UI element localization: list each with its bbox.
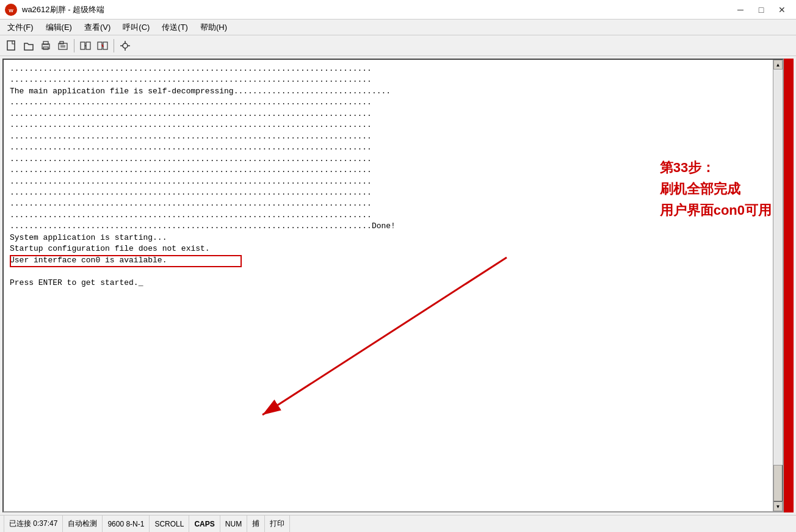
status-autodetect: 自动检测 <box>63 516 103 532</box>
status-baud: 9600 8-N-1 <box>103 516 150 532</box>
toolbar-new[interactable] <box>4 38 20 54</box>
title-bar-left: W wa2612刷胖 - 超级终端 <box>5 4 104 16</box>
svg-point-16 <box>123 43 128 48</box>
close-button[interactable]: ✕ <box>773 2 791 17</box>
title-bar: W wa2612刷胖 - 超级终端 ─ □ ✕ <box>0 0 796 20</box>
menu-call[interactable]: 呼叫(C) <box>118 21 154 34</box>
svg-rect-7 <box>60 41 63 44</box>
toolbar-properties[interactable] <box>117 38 133 54</box>
terminal-output[interactable]: ........................................… <box>4 60 783 511</box>
svg-rect-11 <box>86 42 90 49</box>
svg-rect-13 <box>98 42 102 49</box>
svg-rect-14 <box>103 42 107 49</box>
status-bar: 已连接 0:37:47 自动检测 9600 8-N-1 SCROLL CAPS … <box>0 515 796 532</box>
window-title: wa2612刷胖 - 超级终端 <box>22 4 104 15</box>
menu-help[interactable]: 帮助(H) <box>195 21 232 34</box>
toolbar-connect[interactable] <box>78 38 93 54</box>
menu-file[interactable]: 文件(F) <box>2 21 38 34</box>
svg-rect-2 <box>7 41 15 50</box>
menu-edit[interactable]: 编辑(E) <box>41 21 77 34</box>
maximize-button[interactable]: □ <box>752 2 770 17</box>
status-capture: 捕 <box>247 516 265 532</box>
toolbar-separator-2 <box>114 39 114 52</box>
toolbar <box>0 35 796 56</box>
menu-bar: 文件(F) 编辑(E) 查看(V) 呼叫(C) 传送(T) 帮助(H) <box>0 20 796 35</box>
scroll-up-arrow[interactable]: ▲ <box>773 60 783 70</box>
scroll-track[interactable] <box>773 70 783 501</box>
terminal-wrapper: ........................................… <box>4 60 783 511</box>
status-caps: CAPS <box>189 516 220 532</box>
minimize-button[interactable]: ─ <box>731 2 750 17</box>
svg-text:W: W <box>9 8 13 13</box>
toolbar-fax[interactable] <box>55 38 71 54</box>
toolbar-print[interactable] <box>38 38 54 54</box>
status-print: 打印 <box>265 516 290 532</box>
right-panel <box>784 59 794 512</box>
toolbar-separator-1 <box>74 39 74 52</box>
main-area: ........................................… <box>0 56 796 515</box>
svg-rect-5 <box>43 47 48 49</box>
toolbar-disconnect[interactable] <box>95 38 110 54</box>
status-scroll: SCROLL <box>150 516 189 532</box>
app-icon: W <box>5 4 17 16</box>
scroll-thumb[interactable] <box>773 465 783 501</box>
scroll-down-arrow[interactable]: ▼ <box>773 501 783 511</box>
toolbar-open[interactable] <box>21 38 37 54</box>
menu-view[interactable]: 查看(V) <box>79 21 115 34</box>
svg-rect-10 <box>81 42 85 49</box>
terminal-container: ........................................… <box>2 59 784 512</box>
window-controls: ─ □ ✕ <box>731 2 791 17</box>
status-connected: 已连接 0:37:47 <box>4 516 63 532</box>
status-num: NUM <box>220 516 247 532</box>
menu-transfer[interactable]: 传送(T) <box>157 21 193 34</box>
terminal-scrollbar[interactable]: ▲ ▼ <box>773 60 783 511</box>
